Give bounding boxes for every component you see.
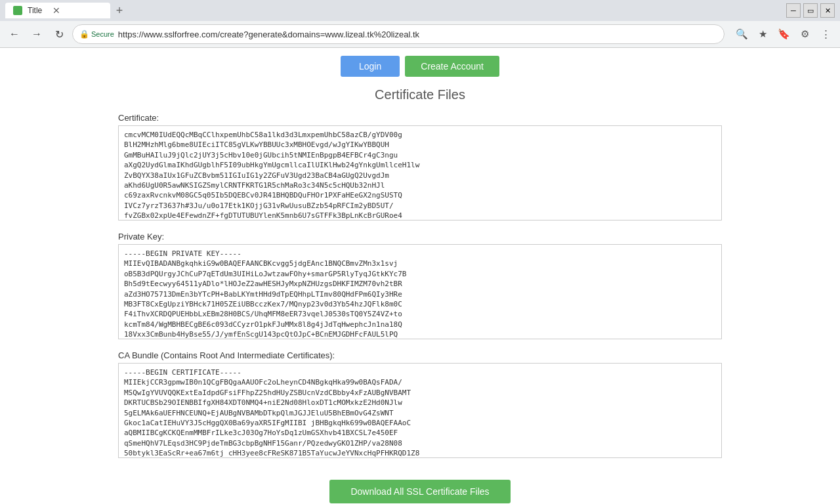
nav-icons: 🔍 ★ 🔖 ⚙ ⋮ [732,25,835,43]
create-account-button[interactable]: Create Account [405,56,499,77]
extensions-button[interactable]: ⚙ [795,25,814,43]
certificate-section: Certificate: [118,113,722,222]
lock-icon: 🔒 [79,30,89,39]
ca-bundle-label: CA Bundle (Contains Root And Intermediat… [118,350,722,360]
tab-close-button[interactable]: ✕ [52,5,60,16]
tab-title: Title [28,6,42,15]
download-button[interactable]: Download All SSL Certificate Files [329,480,510,503]
address-bar[interactable]: 🔒 Secure [72,24,724,44]
tab-favicon [13,6,22,15]
page-content: Login Create Account Certificate Files C… [105,48,735,504]
search-icon-button[interactable]: 🔍 [732,25,751,43]
ca-bundle-textarea[interactable] [118,363,722,458]
private-key-section: Private Key: [118,232,722,341]
certificate-textarea-wrap [118,125,722,222]
bookmark-star-button[interactable]: ★ [753,25,772,43]
private-key-textarea-wrap [118,244,722,341]
top-buttons-section: Login Create Account [118,48,722,87]
private-key-label: Private Key: [118,232,722,242]
navigation-bar: ← → ↻ 🔒 Secure 🔍 ★ 🔖 ⚙ ⋮ [0,21,840,47]
restore-button[interactable]: ▭ [803,3,818,18]
login-button[interactable]: Login [341,56,400,77]
new-tab-button[interactable]: + [110,1,129,20]
secure-indicator: 🔒 Secure [79,30,114,39]
forward-button[interactable]: → [28,25,46,43]
private-key-textarea[interactable] [118,244,722,339]
close-button[interactable]: ✕ [820,3,835,18]
download-section: Download All SSL Certificate Files [118,469,722,504]
more-tools-button[interactable]: ⋮ [816,25,835,43]
secure-label: Secure [91,30,114,38]
ca-bundle-textarea-wrap [118,363,722,460]
browser-tab[interactable]: Title ✕ [5,3,110,18]
reload-button[interactable]: ↻ [50,25,68,43]
window-controls: ─ ▭ ✕ [786,3,835,18]
certificate-files-title: Certificate Files [118,87,722,102]
title-bar: Title ✕ + ─ ▭ ✕ [0,0,840,21]
address-input[interactable] [118,30,717,39]
back-button[interactable]: ← [5,25,24,43]
certificate-textarea[interactable] [118,125,722,220]
certificate-label: Certificate: [118,113,722,123]
ca-bundle-section: CA Bundle (Contains Root And Intermediat… [118,350,722,460]
minimize-button[interactable]: ─ [786,3,801,18]
bookmark-icon-button[interactable]: 🔖 [774,25,793,43]
browser-chrome: Title ✕ + ─ ▭ ✕ ← → ↻ 🔒 Secure 🔍 ★ 🔖 ⚙ ⋮ [0,0,840,48]
